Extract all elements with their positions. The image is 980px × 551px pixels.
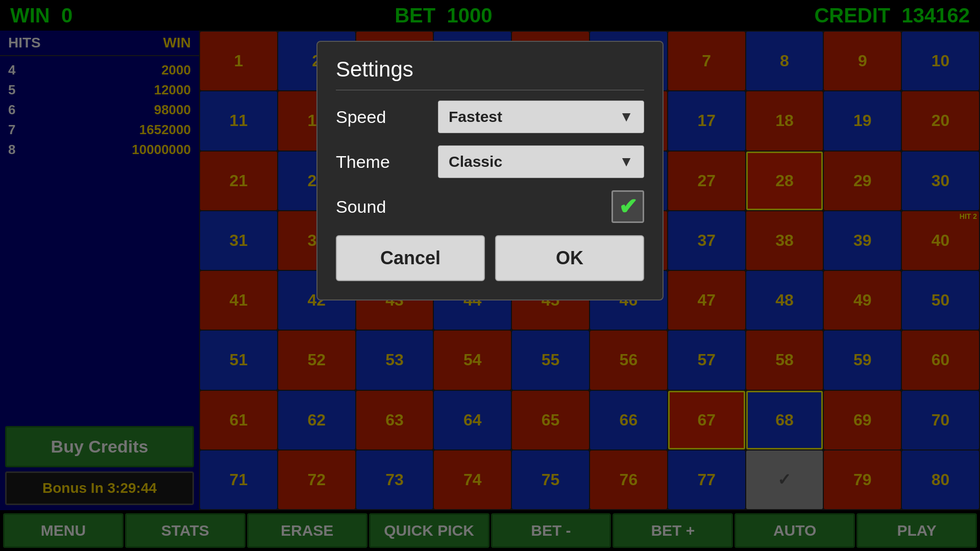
speed-dropdown-arrow: ▼: [619, 109, 633, 125]
modal-buttons: Cancel OK: [336, 235, 644, 281]
sound-row: Sound ✔: [336, 190, 644, 223]
theme-select[interactable]: Classic ▼: [438, 145, 644, 178]
sound-label: Sound: [336, 197, 438, 217]
ok-button[interactable]: OK: [495, 235, 644, 281]
theme-value: Classic: [449, 153, 502, 170]
theme-row: Theme Classic ▼: [336, 145, 644, 178]
sound-checkmark: ✔: [619, 195, 638, 218]
cancel-button[interactable]: Cancel: [336, 235, 485, 281]
theme-label: Theme: [336, 152, 438, 172]
speed-row: Speed Fastest ▼: [336, 101, 644, 133]
speed-label: Speed: [336, 107, 438, 127]
settings-title: Settings: [336, 57, 644, 90]
theme-dropdown-arrow: ▼: [619, 154, 633, 170]
sound-checkbox[interactable]: ✔: [611, 190, 644, 223]
speed-value: Fastest: [449, 108, 502, 126]
settings-modal: Settings Speed Fastest ▼ Theme Classic ▼…: [316, 41, 664, 300]
modal-overlay: Settings Speed Fastest ▼ Theme Classic ▼…: [0, 0, 980, 551]
speed-select[interactable]: Fastest ▼: [438, 101, 644, 133]
